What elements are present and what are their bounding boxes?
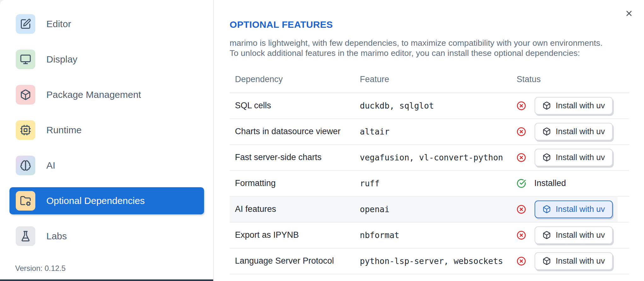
sidebar-item-package-management[interactable]: Package Management bbox=[9, 81, 204, 108]
install-button-label: Install with uv bbox=[556, 256, 605, 266]
package-icon bbox=[16, 85, 35, 105]
table-row: Formatting ruff Installed bbox=[230, 171, 629, 197]
dependency-cell: Export as IPYNB bbox=[235, 230, 360, 240]
panel-description: marimo is lightweight, with few dependen… bbox=[230, 38, 644, 58]
status-cell: Install with uv bbox=[517, 97, 629, 115]
sidebar-item-ai[interactable]: AI bbox=[9, 152, 204, 179]
table-row: Language Server Protocol python-lsp-serv… bbox=[230, 248, 629, 274]
dependency-cell: Language Server Protocol bbox=[235, 256, 360, 266]
feature-cell: altair bbox=[360, 127, 517, 136]
version-label: Version: 0.12.5 bbox=[15, 264, 66, 273]
install-button-label: Install with uv bbox=[556, 127, 605, 136]
description-line: marimo is lightweight, with few dependen… bbox=[230, 38, 644, 48]
feature-cell: duckdb, sqlglot bbox=[360, 101, 517, 111]
table-row: Export as IPYNB nbformat Install with uv bbox=[230, 223, 629, 248]
column-header-status: Status bbox=[517, 75, 629, 84]
feature-cell: nbformat bbox=[360, 230, 517, 240]
status-cell: Install with uv bbox=[517, 149, 629, 166]
settings-dialog: Editor Display Package Management Runtim… bbox=[0, 0, 644, 281]
install-with-uv-button[interactable]: Install with uv bbox=[535, 123, 613, 140]
install-with-uv-button[interactable]: Install with uv bbox=[535, 200, 613, 218]
sidebar-item-editor[interactable]: Editor bbox=[9, 10, 204, 38]
sidebar-item-label: Editor bbox=[46, 19, 71, 29]
dependency-cell: Fast server-side charts bbox=[235, 152, 360, 162]
column-header-feature: Feature bbox=[360, 75, 517, 84]
table-row: Fast server-side charts vegafusion, vl-c… bbox=[230, 145, 629, 171]
table-header: Dependency Feature Status bbox=[230, 75, 629, 93]
dependency-cell: SQL cells bbox=[235, 101, 360, 111]
package-icon bbox=[542, 127, 551, 136]
close-icon bbox=[625, 9, 633, 18]
install-button-label: Install with uv bbox=[556, 230, 605, 240]
sidebar-item-optional-dependencies[interactable]: Optional Dependencies bbox=[9, 187, 204, 214]
installed-status-label: Installed bbox=[534, 178, 566, 188]
circle-x-icon bbox=[517, 256, 526, 266]
circle-x-icon bbox=[517, 205, 526, 214]
status-cell: Install with uv bbox=[517, 200, 629, 218]
sidebar-item-runtime[interactable]: Runtime bbox=[9, 117, 204, 144]
package-icon bbox=[542, 153, 551, 162]
status-cell: Install with uv bbox=[517, 226, 629, 244]
package-icon bbox=[542, 205, 551, 213]
table-row: SQL cells duckdb, sqlglot Install with u… bbox=[230, 93, 629, 119]
package-icon bbox=[542, 101, 551, 110]
feature-cell: ruff bbox=[360, 179, 517, 188]
circle-check-icon bbox=[517, 179, 526, 188]
feature-cell: python-lsp-server, websockets bbox=[360, 256, 517, 266]
package-icon bbox=[542, 231, 551, 239]
optional-features-panel: OPTIONAL FEATURES marimo is lightweight,… bbox=[214, 0, 644, 281]
square-pen-icon bbox=[16, 14, 35, 34]
sidebar-item-display[interactable]: Display bbox=[9, 46, 204, 73]
sidebar-item-label: Optional Dependencies bbox=[46, 195, 145, 206]
column-header-dependency: Dependency bbox=[235, 75, 360, 84]
install-button-label: Install with uv bbox=[556, 152, 605, 162]
sidebar-item-label: Display bbox=[46, 54, 77, 65]
feature-cell: openai bbox=[360, 205, 517, 214]
circle-x-icon bbox=[517, 230, 526, 240]
background-page-edge bbox=[0, 279, 213, 281]
brain-icon bbox=[16, 156, 35, 175]
description-line: To unlock additional features in the mar… bbox=[230, 48, 644, 58]
cpu-icon bbox=[16, 120, 35, 140]
install-with-uv-button[interactable]: Install with uv bbox=[535, 149, 613, 166]
close-button[interactable] bbox=[623, 8, 635, 19]
circle-x-icon bbox=[517, 153, 526, 162]
sidebar-item-labs[interactable]: Labs bbox=[9, 223, 204, 250]
install-with-uv-button[interactable]: Install with uv bbox=[535, 252, 613, 270]
package-icon bbox=[542, 257, 551, 265]
circle-x-icon bbox=[517, 127, 526, 136]
status-cell: Installed bbox=[517, 178, 629, 188]
page-title: OPTIONAL FEATURES bbox=[230, 19, 644, 30]
install-with-uv-button[interactable]: Install with uv bbox=[535, 226, 613, 244]
dependency-cell: AI features bbox=[235, 204, 360, 214]
circle-x-icon bbox=[517, 101, 526, 111]
table-row: AI features openai Install with uv bbox=[230, 197, 629, 223]
table-row: Charts in datasource viewer altair Insta… bbox=[230, 119, 629, 145]
status-cell: Install with uv bbox=[517, 123, 629, 140]
sidebar-item-label: Labs bbox=[46, 231, 67, 242]
install-button-label: Install with uv bbox=[556, 204, 605, 214]
sidebar-item-label: Runtime bbox=[46, 125, 82, 135]
dependencies-table: Dependency Feature Status SQL cells duck… bbox=[230, 75, 629, 274]
sidebar-item-label: Package Management bbox=[46, 89, 141, 100]
dependency-cell: Charts in datasource viewer bbox=[235, 127, 360, 136]
settings-sidebar: Editor Display Package Management Runtim… bbox=[0, 0, 214, 281]
status-cell: Install with uv bbox=[517, 252, 629, 270]
monitor-icon bbox=[16, 50, 35, 69]
install-button-label: Install with uv bbox=[556, 101, 605, 111]
dependency-cell: Formatting bbox=[235, 178, 360, 188]
feature-cell: vegafusion, vl-convert-python bbox=[360, 153, 517, 162]
install-with-uv-button[interactable]: Install with uv bbox=[535, 97, 613, 115]
flask-icon bbox=[16, 226, 35, 246]
sidebar-item-label: AI bbox=[46, 160, 55, 171]
folder-cog-icon bbox=[16, 191, 35, 211]
